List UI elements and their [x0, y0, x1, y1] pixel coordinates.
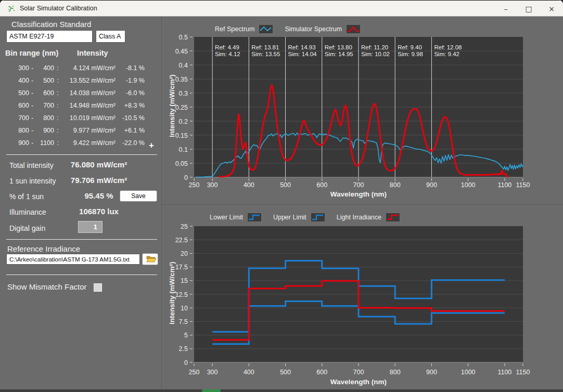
y-tick-label: 2.5	[179, 345, 188, 352]
bin-annotation: Sim: 4.12	[215, 51, 240, 57]
x-tick-label: 400	[244, 369, 254, 376]
bottom-chart-y-axis-label: Intensity (mW/cm²)	[168, 231, 176, 356]
bin-annotation: Ref: 13.80	[325, 44, 352, 50]
y-tick-label: 10	[181, 305, 188, 312]
bin-annotation: Ref: 13.81	[251, 44, 279, 50]
y-tick-label: 7.5	[179, 318, 188, 325]
x-tick-label: 500	[280, 369, 291, 376]
bin-annotation: Sim: 10.02	[361, 51, 390, 57]
app-window: Solar Simulator Calibration – □ × Classi…	[0, 0, 563, 392]
x-tick-label: 1150	[516, 369, 530, 376]
y-tick-label: 0.45	[175, 48, 188, 55]
bin-annotation: Ref: 4.49	[215, 44, 239, 50]
x-tick-label: 600	[316, 181, 327, 189]
x-tick-label: 400	[244, 181, 254, 189]
legend-label: Simulator Spectrum	[285, 25, 342, 33]
y-tick-label: 0.05	[175, 160, 188, 167]
legend-label: Lower Limit	[210, 214, 243, 221]
top-chart-y-axis-label: Intensity (mW/cm²)	[168, 44, 176, 168]
y-tick-label: 0.2	[179, 118, 188, 125]
x-tick-label: 800	[390, 181, 401, 189]
x-tick-label: 1000	[461, 181, 476, 189]
x-tick-label: 1150	[516, 181, 530, 189]
y-tick-label: 12.5	[175, 291, 188, 298]
y-tick-label: 0.25	[175, 104, 188, 111]
legend-item-light-irradiance: Light Irradiance	[337, 213, 400, 222]
bin-annotation: Sim: 14.95	[325, 51, 353, 57]
bin-annotation: Sim: 9.42	[434, 51, 459, 57]
y-tick-label: 0	[184, 359, 188, 367]
bin-annotation: Ref: 14.93	[288, 44, 316, 50]
y-tick-label: 0.15	[175, 132, 188, 139]
y-tick-label: 0.1	[179, 146, 188, 153]
top-chart-legend: Ref Spectrum Simulator Spectrum	[215, 24, 361, 34]
y-tick-label: 0.35	[175, 76, 188, 83]
x-tick-label: 900	[426, 181, 437, 189]
x-tick-label: 800	[390, 369, 401, 376]
x-tick-label: 1100	[497, 181, 511, 189]
y-tick-label: 0	[184, 174, 188, 181]
y-tick-label: 20	[181, 250, 188, 257]
y-tick-label: 0.4	[179, 62, 188, 69]
x-tick-label: 250	[189, 369, 200, 376]
legend-label: Ref Spectrum	[215, 25, 254, 33]
legend-label: Upper Limit	[273, 214, 306, 221]
x-tick-label: 900	[426, 369, 437, 376]
x-tick-label: 250	[189, 181, 200, 189]
y-tick-label: 15	[181, 277, 188, 284]
charts-divider	[162, 204, 563, 205]
bin-annotation: Ref: 12.08	[434, 44, 462, 50]
bin-annotation: Sim: 14.04	[288, 51, 317, 57]
bin-annotation: Ref: 11.20	[361, 44, 388, 50]
x-tick-label: 500	[280, 181, 291, 189]
y-tick-label: 22.5	[175, 237, 188, 244]
legend-item-upper-limit: Upper Limit	[273, 213, 325, 222]
bottom-chart-x-axis-label: Wavelength (nm)	[194, 378, 523, 386]
x-tick-label: 300	[207, 181, 218, 189]
bin-annotation: Sim: 9.98	[398, 51, 423, 57]
y-tick-label: 5	[184, 332, 188, 339]
legend-item-lower-limit: Lower Limit	[210, 213, 262, 222]
x-tick-label: 1100	[497, 369, 511, 376]
light-irradiance-step-icon	[386, 213, 400, 222]
legend-label: Light Irradiance	[337, 214, 381, 221]
x-tick-label: 600	[316, 369, 327, 376]
bin-annotation: Sim: 13.55	[251, 51, 280, 57]
taskbar-sliver	[0, 389, 563, 392]
upper-limit-step-icon	[311, 213, 325, 222]
y-tick-label: 0.5	[179, 34, 188, 41]
ref-spectrum-line-icon	[259, 24, 273, 34]
taskbar-icon-sliver	[202, 389, 221, 392]
bottom-chart-legend: Lower Limit Upper Limit Light Irradiance	[210, 212, 400, 223]
top-chart-x-axis-label: Wavelength (nm)	[194, 190, 523, 198]
y-tick-label: 17.5	[175, 264, 188, 271]
x-tick-label: 700	[353, 181, 364, 189]
y-tick-label: 25	[181, 223, 188, 230]
bin-annotation: Ref: 9.40	[398, 44, 422, 50]
legend-item-simulator-spectrum: Simulator Spectrum	[285, 24, 361, 34]
x-tick-label: 300	[207, 369, 218, 376]
simulator-spectrum-line-icon	[346, 24, 361, 34]
x-tick-label: 1000	[461, 369, 476, 376]
lower-limit-step-icon	[247, 213, 262, 222]
legend-item-ref-spectrum: Ref Spectrum	[215, 24, 273, 34]
y-tick-label: 0.3	[179, 90, 188, 97]
x-tick-label: 700	[353, 369, 364, 376]
